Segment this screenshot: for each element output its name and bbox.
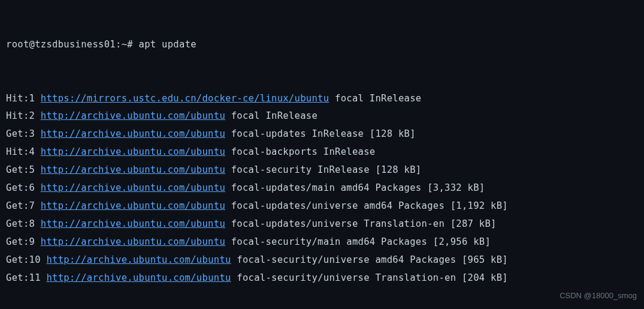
output-line: Hit:1 https://mirrors.ustc.edu.cn/docker…: [6, 90, 638, 108]
output-line: Get:9 http://archive.ubuntu.com/ubuntu f…: [6, 233, 638, 251]
repo-link[interactable]: http://archive.ubuntu.com/ubuntu: [41, 146, 225, 157]
repo-link[interactable]: http://archive.ubuntu.com/ubuntu: [41, 218, 225, 229]
repo-link[interactable]: http://archive.ubuntu.com/ubuntu: [41, 182, 225, 193]
line-prefix: Get:9: [6, 236, 41, 247]
line-prefix: Get:5: [6, 164, 41, 175]
repo-link[interactable]: http://archive.ubuntu.com/ubuntu: [41, 128, 225, 139]
line-prefix: Get:11: [6, 272, 46, 283]
line-prefix: Get:8: [6, 218, 41, 229]
line-prefix: Get:3: [6, 128, 41, 139]
line-suffix: focal InRelease: [225, 110, 318, 121]
line-suffix: focal-security/main amd64 Packages [2,95…: [225, 236, 491, 247]
prompt-user-host: root@tzsdbusiness01: [6, 39, 116, 50]
line-prefix: Hit:4: [6, 146, 41, 157]
line-prefix: Get:7: [6, 200, 41, 211]
output-line: Get:10 http://archive.ubuntu.com/ubuntu …: [6, 251, 638, 269]
repo-link[interactable]: http://archive.ubuntu.com/ubuntu: [41, 200, 225, 211]
line-suffix: focal-security/universe amd64 Packages […: [231, 254, 508, 265]
output-line: Get:3 http://archive.ubuntu.com/ubuntu f…: [6, 125, 638, 143]
line-suffix: focal-security/universe Translation-en […: [231, 272, 508, 283]
line-suffix: focal-updates/main amd64 Packages [3,332…: [225, 182, 485, 193]
output-line: Hit:4 http://archive.ubuntu.com/ubuntu f…: [6, 143, 638, 161]
output-line: Get:6 http://archive.ubuntu.com/ubuntu f…: [6, 179, 638, 197]
repo-link[interactable]: http://archive.ubuntu.com/ubuntu: [46, 272, 231, 283]
line-suffix: focal-updates/universe amd64 Packages [1…: [225, 200, 508, 211]
terminal-output: root@tzsdbusiness01:~# apt update Hit:1 …: [6, 0, 638, 309]
line-suffix: focal InRelease: [329, 93, 421, 104]
line-suffix: focal-backports InRelease: [225, 146, 375, 157]
output-line: Hit:2 http://archive.ubuntu.com/ubuntu f…: [6, 107, 638, 125]
prompt-symbol: #: [127, 39, 133, 50]
line-suffix: focal-security InRelease [128 kB]: [225, 164, 421, 175]
prompt-cwd: ~: [122, 39, 128, 50]
repo-link[interactable]: https://mirrors.ustc.edu.cn/docker-ce/li…: [41, 93, 329, 104]
repo-link[interactable]: http://archive.ubuntu.com/ubuntu: [46, 254, 231, 265]
repo-link[interactable]: http://archive.ubuntu.com/ubuntu: [41, 236, 225, 247]
output-line: Get:11 http://archive.ubuntu.com/ubuntu …: [6, 269, 638, 287]
line-suffix: focal-updates/universe Translation-en [2…: [225, 218, 497, 229]
line-prefix: Hit:1: [6, 93, 41, 104]
output-line: Get:5 http://archive.ubuntu.com/ubuntu f…: [6, 161, 638, 179]
prompt-command: apt update: [139, 39, 196, 50]
repo-link[interactable]: http://archive.ubuntu.com/ubuntu: [41, 164, 225, 175]
line-prefix: Get:10: [6, 254, 46, 265]
output-line: Get:8 http://archive.ubuntu.com/ubuntu f…: [6, 215, 638, 233]
prompt-line: root@tzsdbusiness01:~# apt update: [6, 36, 638, 54]
repo-link[interactable]: http://archive.ubuntu.com/ubuntu: [41, 110, 225, 121]
output-line: Get:7 http://archive.ubuntu.com/ubuntu f…: [6, 197, 638, 215]
line-prefix: Get:6: [6, 182, 41, 193]
watermark: CSDN @18000_smog: [560, 288, 637, 303]
line-prefix: Hit:2: [6, 110, 41, 121]
line-suffix: focal-updates InRelease [128 kB]: [225, 128, 416, 139]
